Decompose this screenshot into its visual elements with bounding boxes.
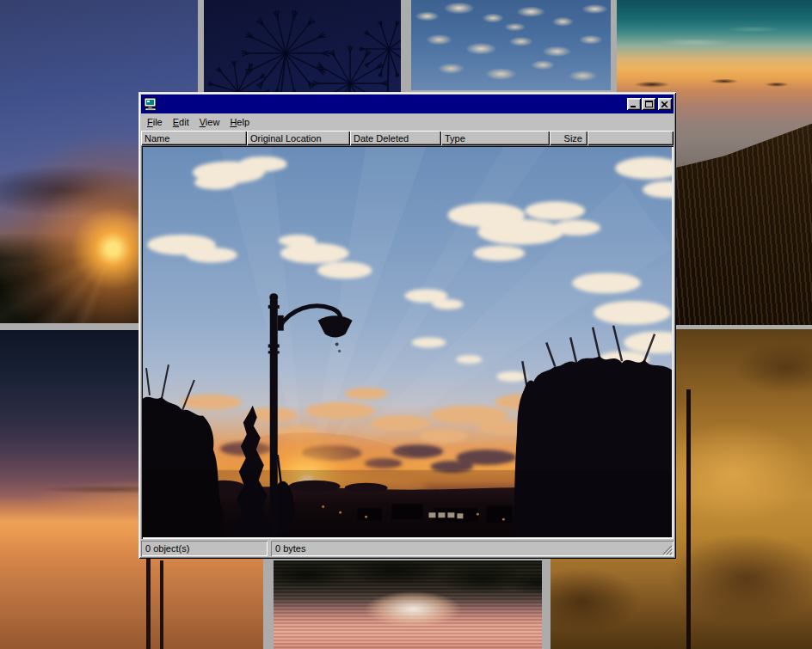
lamp-post-silhouette [686,389,691,649]
maximize-button[interactable] [642,98,655,110]
wallpaper-altocumulus-sky-photo [411,0,611,90]
recycle-bin-window: File Edit View Help Name Original Locati… [138,92,676,559]
close-button[interactable] [658,98,672,110]
menu-edit[interactable]: Edit [168,115,194,129]
column-header-size[interactable]: Size [550,131,587,145]
resize-grip[interactable] [661,544,673,555]
sunset-lamp-photo [143,147,672,537]
column-header-original-location[interactable]: Original Location [247,131,350,145]
minimize-icon [631,101,637,107]
status-object-count: 0 object(s) [141,541,268,556]
minimize-button[interactable] [627,98,641,110]
column-header-type[interactable]: Type [441,131,550,145]
column-header-blank[interactable] [587,131,674,145]
status-bar: 0 object(s) 0 bytes [141,541,674,556]
computer-icon[interactable] [144,97,157,111]
column-header-name[interactable]: Name [141,131,247,145]
column-header-row: Name Original Location Date Deleted Type… [141,131,674,145]
column-header-date-deleted[interactable]: Date Deleted [350,131,441,145]
menu-bar: File Edit View Help [141,113,674,131]
maximize-icon [645,101,653,107]
close-icon [661,101,668,107]
menu-help[interactable]: Help [225,115,255,129]
wallpaper-water-reflection-photo [274,560,542,649]
menu-view[interactable]: View [194,115,225,129]
water-pole [146,555,151,649]
water-pole [160,560,163,649]
status-byte-count: 0 bytes [271,541,674,556]
folder-view-background-photo [141,145,674,539]
menu-file[interactable]: File [142,115,168,129]
desktop: File Edit View Help Name Original Locati… [0,0,812,649]
title-bar [141,95,674,113]
